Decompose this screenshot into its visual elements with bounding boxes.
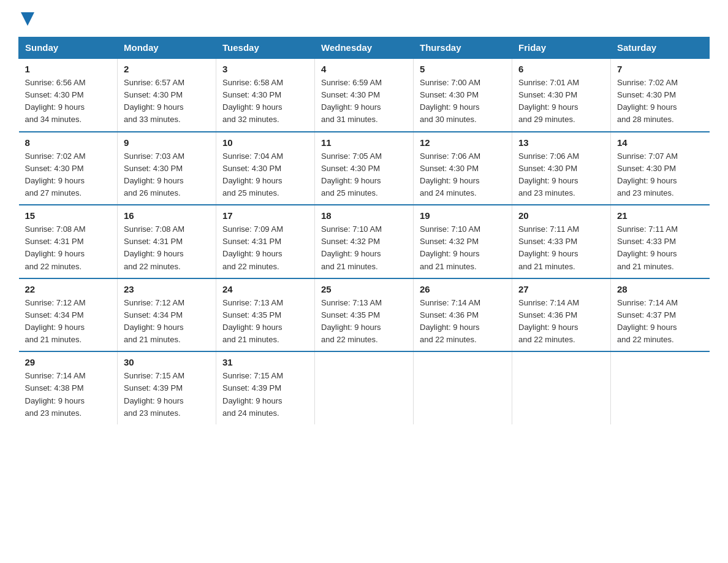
day-number: 18 bbox=[321, 210, 407, 221]
calendar-table: SundayMondayTuesdayWednesdayThursdayFrid… bbox=[18, 37, 710, 424]
calendar-cell bbox=[512, 351, 611, 424]
header-tuesday: Tuesday bbox=[216, 37, 315, 59]
day-number: 29 bbox=[25, 357, 112, 367]
page-header bbox=[18, 12, 710, 26]
header-thursday: Thursday bbox=[414, 37, 512, 59]
calendar-cell: 2 Sunrise: 6:57 AMSunset: 4:30 PMDayligh… bbox=[118, 58, 216, 132]
day-info: Sunrise: 6:59 AMSunset: 4:30 PMDaylight:… bbox=[321, 77, 407, 126]
calendar-cell bbox=[315, 351, 414, 424]
calendar-cell: 20 Sunrise: 7:11 AMSunset: 4:33 PMDaylig… bbox=[512, 205, 611, 278]
calendar-week-3: 15 Sunrise: 7:08 AMSunset: 4:31 PMDaylig… bbox=[19, 205, 710, 278]
day-info: Sunrise: 7:07 AMSunset: 4:30 PMDaylight:… bbox=[617, 150, 703, 200]
logo bbox=[18, 12, 34, 26]
day-info: Sunrise: 7:08 AMSunset: 4:31 PMDaylight:… bbox=[25, 223, 112, 273]
calendar-week-1: 1 Sunrise: 6:56 AMSunset: 4:30 PMDayligh… bbox=[19, 58, 710, 132]
day-number: 31 bbox=[222, 357, 308, 367]
day-info: Sunrise: 7:04 AMSunset: 4:30 PMDaylight:… bbox=[222, 150, 308, 200]
calendar-cell: 30 Sunrise: 7:15 AMSunset: 4:39 PMDaylig… bbox=[118, 351, 216, 424]
day-info: Sunrise: 7:15 AMSunset: 4:39 PMDaylight:… bbox=[124, 370, 210, 419]
calendar-cell: 8 Sunrise: 7:02 AMSunset: 4:30 PMDayligh… bbox=[19, 132, 118, 205]
calendar-cell: 14 Sunrise: 7:07 AMSunset: 4:30 PMDaylig… bbox=[611, 132, 710, 205]
calendar-cell: 4 Sunrise: 6:59 AMSunset: 4:30 PMDayligh… bbox=[315, 58, 414, 132]
day-number: 3 bbox=[222, 64, 308, 74]
day-number: 17 bbox=[222, 210, 308, 221]
header-friday: Friday bbox=[512, 37, 611, 59]
calendar-cell: 6 Sunrise: 7:01 AMSunset: 4:30 PMDayligh… bbox=[512, 58, 611, 132]
svg-marker-0 bbox=[21, 12, 34, 26]
day-info: Sunrise: 7:01 AMSunset: 4:30 PMDaylight:… bbox=[518, 77, 604, 126]
day-number: 16 bbox=[124, 210, 210, 221]
day-info: Sunrise: 7:06 AMSunset: 4:30 PMDaylight:… bbox=[420, 150, 506, 200]
calendar-cell: 19 Sunrise: 7:10 AMSunset: 4:32 PMDaylig… bbox=[414, 205, 512, 278]
day-number: 5 bbox=[420, 64, 506, 74]
day-number: 4 bbox=[321, 64, 407, 74]
day-info: Sunrise: 7:05 AMSunset: 4:30 PMDaylight:… bbox=[321, 150, 407, 200]
logo-triangle-icon bbox=[21, 12, 34, 26]
header-monday: Monday bbox=[118, 37, 216, 59]
day-number: 9 bbox=[124, 137, 210, 148]
calendar-cell: 9 Sunrise: 7:03 AMSunset: 4:30 PMDayligh… bbox=[118, 132, 216, 205]
calendar-cell: 29 Sunrise: 7:14 AMSunset: 4:38 PMDaylig… bbox=[19, 351, 118, 424]
day-number: 2 bbox=[124, 64, 210, 74]
day-number: 6 bbox=[518, 64, 604, 74]
calendar-cell: 24 Sunrise: 7:13 AMSunset: 4:35 PMDaylig… bbox=[216, 278, 315, 352]
day-number: 30 bbox=[124, 357, 210, 367]
calendar-cell bbox=[414, 351, 512, 424]
day-number: 23 bbox=[124, 284, 210, 294]
day-info: Sunrise: 7:14 AMSunset: 4:36 PMDaylight:… bbox=[518, 297, 604, 347]
calendar-cell: 31 Sunrise: 7:15 AMSunset: 4:39 PMDaylig… bbox=[216, 351, 315, 424]
header-sunday: Sunday bbox=[19, 37, 118, 59]
calendar-week-5: 29 Sunrise: 7:14 AMSunset: 4:38 PMDaylig… bbox=[19, 351, 710, 424]
calendar-cell: 5 Sunrise: 7:00 AMSunset: 4:30 PMDayligh… bbox=[414, 58, 512, 132]
day-info: Sunrise: 7:14 AMSunset: 4:38 PMDaylight:… bbox=[25, 370, 112, 419]
day-info: Sunrise: 7:00 AMSunset: 4:30 PMDaylight:… bbox=[420, 77, 506, 126]
day-number: 28 bbox=[617, 284, 703, 294]
day-info: Sunrise: 7:06 AMSunset: 4:30 PMDaylight:… bbox=[518, 150, 604, 200]
day-number: 19 bbox=[420, 210, 506, 221]
day-number: 8 bbox=[25, 137, 112, 148]
calendar-cell: 16 Sunrise: 7:08 AMSunset: 4:31 PMDaylig… bbox=[118, 205, 216, 278]
day-number: 1 bbox=[25, 64, 112, 74]
day-info: Sunrise: 7:10 AMSunset: 4:32 PMDaylight:… bbox=[420, 223, 506, 273]
day-info: Sunrise: 6:58 AMSunset: 4:30 PMDaylight:… bbox=[222, 77, 308, 126]
day-info: Sunrise: 7:11 AMSunset: 4:33 PMDaylight:… bbox=[617, 223, 703, 273]
calendar-cell: 12 Sunrise: 7:06 AMSunset: 4:30 PMDaylig… bbox=[414, 132, 512, 205]
day-number: 13 bbox=[518, 137, 604, 148]
calendar-cell: 3 Sunrise: 6:58 AMSunset: 4:30 PMDayligh… bbox=[216, 58, 315, 132]
calendar-cell: 26 Sunrise: 7:14 AMSunset: 4:36 PMDaylig… bbox=[414, 278, 512, 352]
calendar-week-2: 8 Sunrise: 7:02 AMSunset: 4:30 PMDayligh… bbox=[19, 132, 710, 205]
day-info: Sunrise: 6:56 AMSunset: 4:30 PMDaylight:… bbox=[25, 77, 112, 126]
calendar-cell: 7 Sunrise: 7:02 AMSunset: 4:30 PMDayligh… bbox=[611, 58, 710, 132]
day-number: 24 bbox=[222, 284, 308, 294]
calendar-cell bbox=[611, 351, 710, 424]
day-number: 21 bbox=[617, 210, 703, 221]
calendar-cell: 11 Sunrise: 7:05 AMSunset: 4:30 PMDaylig… bbox=[315, 132, 414, 205]
day-number: 20 bbox=[518, 210, 604, 221]
day-info: Sunrise: 7:02 AMSunset: 4:30 PMDaylight:… bbox=[617, 77, 703, 126]
day-number: 25 bbox=[321, 284, 407, 294]
calendar-cell: 10 Sunrise: 7:04 AMSunset: 4:30 PMDaylig… bbox=[216, 132, 315, 205]
day-number: 22 bbox=[25, 284, 112, 294]
header-wednesday: Wednesday bbox=[315, 37, 414, 59]
calendar-cell: 23 Sunrise: 7:12 AMSunset: 4:34 PMDaylig… bbox=[118, 278, 216, 352]
calendar-cell: 17 Sunrise: 7:09 AMSunset: 4:31 PMDaylig… bbox=[216, 205, 315, 278]
day-number: 14 bbox=[617, 137, 703, 148]
day-number: 12 bbox=[420, 137, 506, 148]
day-number: 26 bbox=[420, 284, 506, 294]
calendar-cell: 18 Sunrise: 7:10 AMSunset: 4:32 PMDaylig… bbox=[315, 205, 414, 278]
calendar-cell: 13 Sunrise: 7:06 AMSunset: 4:30 PMDaylig… bbox=[512, 132, 611, 205]
day-info: Sunrise: 7:02 AMSunset: 4:30 PMDaylight:… bbox=[25, 150, 112, 200]
day-info: Sunrise: 7:08 AMSunset: 4:31 PMDaylight:… bbox=[124, 223, 210, 273]
calendar-cell: 28 Sunrise: 7:14 AMSunset: 4:37 PMDaylig… bbox=[611, 278, 710, 352]
day-info: Sunrise: 7:15 AMSunset: 4:39 PMDaylight:… bbox=[222, 370, 308, 419]
calendar-cell: 25 Sunrise: 7:13 AMSunset: 4:35 PMDaylig… bbox=[315, 278, 414, 352]
day-number: 7 bbox=[617, 64, 703, 74]
day-number: 10 bbox=[222, 137, 308, 148]
day-info: Sunrise: 7:09 AMSunset: 4:31 PMDaylight:… bbox=[222, 223, 308, 273]
day-info: Sunrise: 7:12 AMSunset: 4:34 PMDaylight:… bbox=[25, 297, 112, 347]
calendar-cell: 15 Sunrise: 7:08 AMSunset: 4:31 PMDaylig… bbox=[19, 205, 118, 278]
day-info: Sunrise: 6:57 AMSunset: 4:30 PMDaylight:… bbox=[124, 77, 210, 126]
calendar-cell: 27 Sunrise: 7:14 AMSunset: 4:36 PMDaylig… bbox=[512, 278, 611, 352]
day-number: 15 bbox=[25, 210, 112, 221]
day-number: 11 bbox=[321, 137, 407, 148]
